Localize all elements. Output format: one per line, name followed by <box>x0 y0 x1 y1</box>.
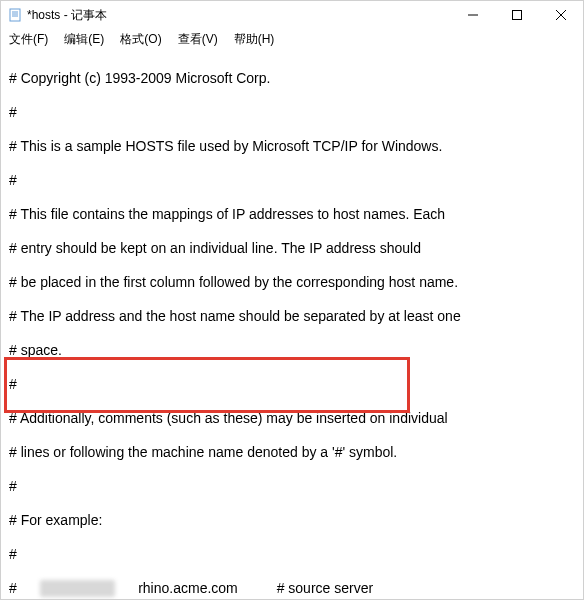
titlebar: *hosts - 记事本 <box>1 1 583 29</box>
menu-edit[interactable]: 编辑(E) <box>60 30 108 49</box>
close-button[interactable] <box>539 1 583 29</box>
window-controls <box>451 1 583 29</box>
minimize-button[interactable] <box>451 1 495 29</box>
text-line: # The IP address and the host name shoul… <box>9 308 575 325</box>
text-area[interactable]: # Copyright (c) 1993-2009 Microsoft Corp… <box>1 49 583 600</box>
text-line: # For example: <box>9 512 575 529</box>
text-line: # XXXXXXXX rhino.acme.com # source serve… <box>9 580 575 597</box>
window-title: *hosts - 记事本 <box>27 7 107 24</box>
menu-format[interactable]: 格式(O) <box>116 30 165 49</box>
text-line: # entry should be kept on an individual … <box>9 240 575 257</box>
maximize-button[interactable] <box>495 1 539 29</box>
text-line: # space. <box>9 342 575 359</box>
menu-help[interactable]: 帮助(H) <box>230 30 279 49</box>
text-line: # Copyright (c) 1993-2009 Microsoft Corp… <box>9 70 575 87</box>
text-line: # be placed in the first column followed… <box>9 274 575 291</box>
text-line: # <box>9 478 575 495</box>
text-line: # <box>9 172 575 189</box>
text-line: # <box>9 376 575 393</box>
menu-file[interactable]: 文件(F) <box>5 30 52 49</box>
menubar: 文件(F) 编辑(E) 格式(O) 查看(V) 帮助(H) <box>1 29 583 49</box>
text-line: # This file contains the mappings of IP … <box>9 206 575 223</box>
text-line: # <box>9 104 575 121</box>
svg-rect-0 <box>10 9 20 21</box>
notepad-icon <box>7 7 23 23</box>
redacted-ip: XXXXXXXX <box>40 580 115 597</box>
text-line: # lines or following the machine name de… <box>9 444 575 461</box>
svg-rect-5 <box>513 11 522 20</box>
text-line: # <box>9 546 575 563</box>
menu-view[interactable]: 查看(V) <box>174 30 222 49</box>
text-line: # This is a sample HOSTS file used by Mi… <box>9 138 575 155</box>
text-line: # Additionally, comments (such as these)… <box>9 410 575 427</box>
